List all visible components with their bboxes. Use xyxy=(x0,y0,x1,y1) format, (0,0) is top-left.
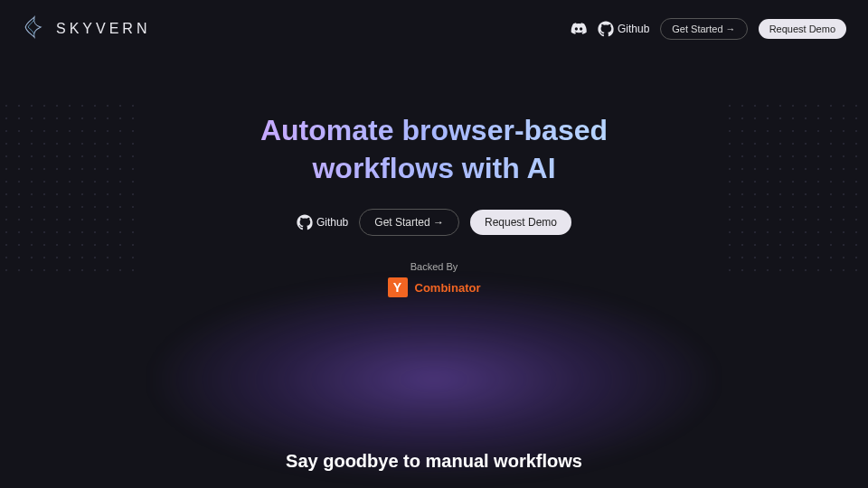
hero-request-demo-button[interactable]: Request Demo xyxy=(470,210,571,235)
hero-github-label: Github xyxy=(316,216,348,229)
backed-label: Backed By xyxy=(0,261,868,272)
ycombinator-badge-icon: Y xyxy=(388,277,408,297)
hero-get-started-button[interactable]: Get Started → xyxy=(359,209,459,236)
backed-by: Backed By Y Combinator xyxy=(0,261,868,297)
hero-glow xyxy=(154,280,714,479)
discord-icon[interactable] xyxy=(571,21,587,37)
ycombinator-text: Combinator xyxy=(415,281,481,295)
header: SKYVERN Github Get Started → Request Dem… xyxy=(0,0,868,58)
hero-actions: Github Get Started → Request Demo xyxy=(0,209,868,236)
hero: Automate browser-based workflows with AI… xyxy=(0,112,868,297)
request-demo-button[interactable]: Request Demo xyxy=(759,19,846,39)
hero-github-link[interactable]: Github xyxy=(297,214,348,230)
top-nav: Github Get Started → Request Demo xyxy=(571,18,846,40)
yc-row: Y Combinator xyxy=(0,277,868,297)
github-icon xyxy=(297,214,313,230)
hero-headline: Automate browser-based workflows with AI xyxy=(244,112,624,187)
tagline: Say goodbye to manual workflows xyxy=(0,451,868,472)
get-started-button[interactable]: Get Started → xyxy=(660,18,747,40)
github-label: Github xyxy=(618,23,649,35)
brand-name: SKYVERN xyxy=(56,21,150,37)
github-icon xyxy=(598,21,614,37)
skyvern-logo-icon xyxy=(22,14,47,43)
github-link[interactable]: Github xyxy=(598,21,649,37)
logo[interactable]: SKYVERN xyxy=(22,14,150,43)
